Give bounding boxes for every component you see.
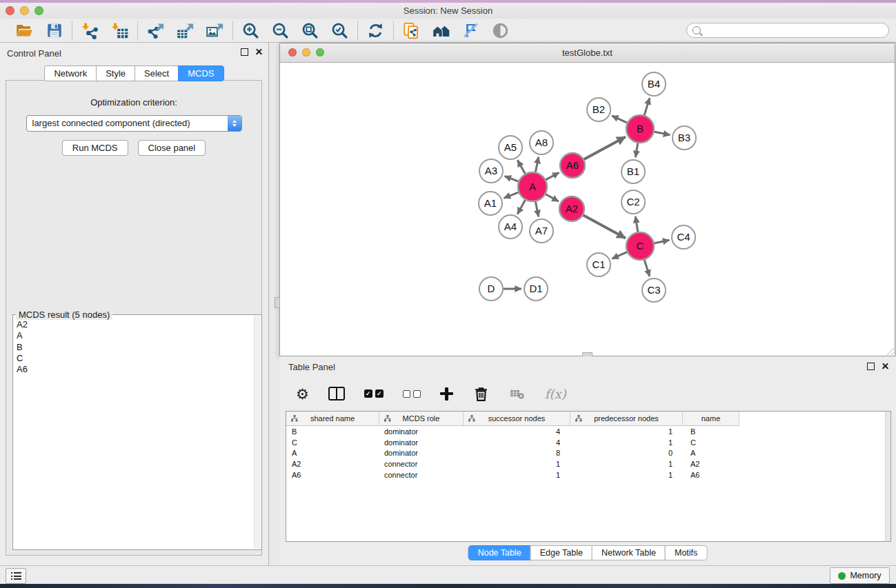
float-panel-icon[interactable] — [241, 48, 248, 56]
graph-node-A3[interactable]: A3 — [479, 159, 503, 183]
graph-edge-A-A1[interactable] — [504, 192, 520, 198]
zoom-in-icon[interactable] — [241, 21, 260, 40]
float-table-panel-icon[interactable] — [867, 363, 875, 370]
column-header-MCDS-role[interactable]: MCDS role — [379, 412, 464, 426]
graph-edge-B-B3[interactable] — [653, 132, 670, 135]
tab-node-table[interactable]: Node Table — [468, 545, 531, 560]
result-scrollbar-track[interactable] — [254, 316, 261, 549]
network-vertical-scrollbar-thumb[interactable] — [275, 297, 280, 308]
column-header-predecessor-nodes[interactable]: predecessor nodes — [570, 412, 683, 426]
close-panel-icon[interactable] — [255, 48, 263, 56]
mcds-result-item[interactable]: B — [17, 342, 252, 353]
graph-node-D1[interactable]: D1 — [524, 277, 548, 301]
graph-edge-A-A4[interactable] — [517, 199, 526, 214]
graph-node-B3[interactable]: B3 — [673, 126, 696, 150]
graph-node-A7[interactable]: A7 — [530, 219, 553, 243]
search-box[interactable] — [686, 23, 889, 38]
graph-node-D[interactable]: D — [479, 277, 503, 301]
graph-node-B2[interactable]: B2 — [587, 98, 610, 121]
graph-edge-A-A6[interactable] — [545, 172, 559, 180]
clone-network-icon[interactable] — [402, 21, 421, 40]
graph-edge-A-A5[interactable] — [517, 160, 526, 174]
table-row[interactable]: Cdominator41C — [286, 437, 890, 448]
table-row[interactable]: A6connector11A6 — [286, 469, 890, 480]
column-header-name[interactable]: name — [683, 412, 739, 426]
tab-edge-table[interactable]: Edge Table — [530, 545, 593, 560]
graph-edge-C-C3[interactable] — [644, 258, 650, 276]
export-network-icon[interactable] — [146, 21, 165, 40]
mcds-result-item[interactable]: A — [17, 330, 252, 341]
table-settings-gear-icon[interactable]: ⚙ — [296, 385, 309, 403]
column-header-shared-name[interactable]: shared name — [286, 412, 379, 426]
graph-edge-A-A3[interactable] — [505, 176, 520, 182]
delete-table-icon[interactable] — [509, 385, 526, 403]
zoom-selected-icon[interactable] — [330, 21, 349, 40]
graph-node-B1[interactable]: B1 — [621, 160, 645, 183]
search-input[interactable] — [704, 25, 888, 36]
tab-motifs[interactable]: Motifs — [665, 545, 707, 560]
tab-network-table[interactable]: Network Table — [592, 545, 666, 560]
show-graphics-eye-icon[interactable] — [491, 21, 510, 40]
tab-select[interactable]: Select — [135, 65, 179, 81]
close-table-panel-icon[interactable] — [882, 363, 889, 370]
table-scrollbar-track[interactable] — [885, 412, 890, 541]
graph-node-A8[interactable]: A8 — [530, 131, 553, 154]
graph-edge-A2-C[interactable] — [582, 214, 626, 238]
run-mcds-button[interactable]: Run MCDS — [62, 140, 128, 156]
graph-edge-C-C4[interactable] — [653, 240, 670, 243]
tab-network[interactable]: Network — [44, 65, 97, 81]
mcds-result-item[interactable]: A6 — [17, 364, 252, 375]
delete-entry-trash-icon[interactable] — [472, 385, 490, 403]
graph-node-A6[interactable]: A6 — [560, 153, 585, 178]
show-columns-icon[interactable] — [328, 385, 345, 403]
graph-node-C3[interactable]: C3 — [642, 278, 666, 302]
column-header-successor-nodes[interactable]: successor nodes — [464, 412, 570, 426]
graph-node-A2[interactable]: A2 — [559, 196, 584, 221]
network-graph[interactable]: AA6A2BCA1A3A4A5A7A8B1B2B3B4C1C2C3C4DD1 — [280, 63, 895, 356]
table-row[interactable]: A2connector11A2 — [286, 458, 890, 469]
optimization-criterion-select[interactable]: largest connected component (directed) — [26, 115, 242, 132]
graph-edge-A-A7[interactable] — [535, 201, 539, 217]
open-session-icon[interactable] — [15, 21, 34, 40]
mcds-result-item[interactable]: A2 — [17, 319, 252, 330]
graph-node-A[interactable]: A — [518, 172, 547, 201]
home-icon[interactable] — [432, 21, 450, 40]
graph-edge-A6-B[interactable] — [583, 136, 626, 159]
graph-edge-A-A8[interactable] — [535, 157, 539, 174]
graph-node-B4[interactable]: B4 — [642, 72, 666, 96]
graph-node-C4[interactable]: C4 — [672, 225, 695, 249]
select-all-icon[interactable]: ✓✓ — [364, 385, 384, 403]
graph-node-B[interactable]: B — [626, 115, 654, 143]
tab-mcds[interactable]: MCDS — [178, 65, 223, 81]
table-row[interactable]: Adominator80A — [286, 448, 890, 459]
network-window-titlebar[interactable]: testGlobe.txt — [280, 43, 895, 63]
mcds-result-item[interactable]: C — [17, 353, 252, 364]
graph-node-A5[interactable]: A5 — [499, 136, 522, 159]
graph-edge-A-A2[interactable] — [544, 194, 558, 201]
save-session-icon[interactable] — [45, 21, 63, 40]
graph-edge-B-B2[interactable] — [612, 116, 628, 123]
add-column-icon[interactable] — [440, 385, 453, 403]
memory-button[interactable]: Memory — [830, 567, 890, 584]
import-network-icon[interactable] — [81, 21, 99, 40]
graph-edge-C-C1[interactable] — [612, 252, 628, 259]
graph-node-A1[interactable]: A1 — [479, 192, 502, 215]
graph-node-A4[interactable]: A4 — [499, 215, 522, 239]
hide-graphics-flag-icon[interactable] — [461, 21, 480, 40]
zoom-fit-icon[interactable] — [301, 21, 319, 40]
graph-node-C2[interactable]: C2 — [621, 190, 645, 214]
export-image-icon[interactable] — [206, 21, 224, 40]
table-row[interactable]: Bdominator41B — [286, 426, 890, 437]
function-builder-icon[interactable]: f(x) — [545, 385, 566, 403]
tab-style[interactable]: Style — [96, 65, 135, 81]
import-table-icon[interactable] — [110, 21, 129, 40]
show-panels-list-button[interactable] — [6, 568, 26, 584]
graph-edge-B-B1[interactable] — [635, 142, 638, 158]
network-canvas[interactable]: AA6A2BCA1A3A4A5A7A8B1B2B3B4C1C2C3C4DD1 — [280, 63, 895, 356]
graph-node-C[interactable]: C — [626, 232, 654, 260]
close-panel-button[interactable]: Close panel — [138, 140, 206, 156]
graph-edge-B-B4[interactable] — [644, 98, 650, 116]
graph-node-C1[interactable]: C1 — [587, 253, 610, 276]
export-table-icon[interactable] — [176, 21, 195, 40]
zoom-out-icon[interactable] — [271, 21, 290, 40]
